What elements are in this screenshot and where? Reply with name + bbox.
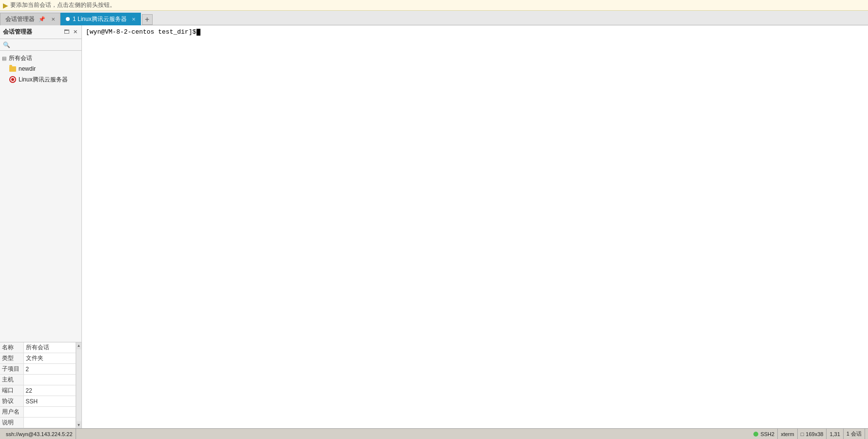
server-icon-linux	[9, 76, 17, 83]
main-area: 会话管理器 🗔 ✕ 🔍 ▤ 所有会话 newdir	[0, 25, 868, 428]
folder-icon-newdir	[9, 65, 17, 72]
scroll-down-button[interactable]: ▼	[76, 421, 82, 428]
properties-panel: 名称所有会话类型文件夹子项目2主机端口22协议SSH用户名说明 ▲ ▼	[0, 342, 81, 429]
status-terminal-type: xterm	[778, 429, 798, 439]
sidebar-search-bar: 🔍	[0, 39, 81, 51]
tab-session-manager[interactable]: 会话管理器 📌 ✕	[0, 13, 60, 25]
table-row: 端口22	[0, 385, 76, 396]
prop-value: SSH	[23, 396, 76, 407]
prop-value: 2	[23, 364, 76, 375]
prop-value: 22	[23, 385, 76, 396]
table-row: 子项目2	[0, 364, 76, 375]
tab-bar: 会话管理器 📌 ✕ 1 Linux腾讯云服务器 ✕ +	[0, 11, 868, 25]
prop-key: 名称	[0, 342, 23, 353]
prop-value: 文件夹	[23, 353, 76, 364]
prop-key: 端口	[0, 385, 23, 396]
terminal-prompt-line: [wyn@VM-8-2-centos test_dir]$	[86, 28, 864, 36]
cursor-pos-text: 1,31	[829, 431, 840, 437]
tab-session-manager-label: 会话管理器	[5, 15, 35, 23]
prop-key: 主机	[0, 375, 23, 385]
notification-bar: ▶ 要添加当前会话，点击左侧的箭头按钮。	[0, 0, 868, 11]
notice-text: 要添加当前会话，点击左侧的箭头按钮。	[10, 1, 116, 9]
expand-icon-all-sessions: ▤	[2, 56, 8, 61]
tab-linux-server-label: 1 Linux腾讯云服务器	[73, 15, 127, 23]
table-row: 类型文件夹	[0, 353, 76, 364]
status-bar: ssh://wyn@43.143.224.5:22 SSH2 xterm □ 1…	[0, 428, 868, 439]
tab-pin-icon[interactable]: 📌	[38, 16, 46, 23]
sidebar-controls: 🗔 ✕	[63, 28, 79, 36]
sidebar-header: 会话管理器 🗔 ✕	[0, 25, 81, 39]
prop-key: 用户名	[0, 407, 23, 418]
sidebar: 会话管理器 🗔 ✕ 🔍 ▤ 所有会话 newdir	[0, 25, 82, 428]
tab-linux-server[interactable]: 1 Linux腾讯云服务器 ✕	[60, 13, 141, 25]
table-row: 用户名	[0, 407, 76, 418]
prop-key: 协议	[0, 396, 23, 407]
prompt-text: [wyn@VM-8-2-centos test_dir]$	[86, 28, 196, 36]
prop-value	[23, 407, 76, 418]
dimensions-text: 169x38	[806, 431, 823, 437]
terminal-type-text: xterm	[781, 431, 794, 437]
status-ssh-url: ssh://wyn@43.143.224.5:22	[3, 429, 76, 439]
protocol-text: SSH2	[760, 431, 774, 437]
tab-dot	[66, 17, 70, 21]
prop-key: 子项目	[0, 364, 23, 375]
table-row: 说明	[0, 418, 76, 428]
status-protocol: SSH2	[750, 429, 778, 439]
dimensions-label: □	[801, 431, 804, 437]
sidebar-title: 会话管理器	[3, 28, 32, 36]
tree-label-linux-server: Linux腾讯云服务器	[19, 76, 68, 84]
properties-table: 名称所有会话类型文件夹子项目2主机端口22协议SSH用户名说明	[0, 342, 76, 429]
tree-label-newdir: newdir	[19, 65, 36, 72]
prop-value: 所有会话	[23, 342, 76, 353]
tree-item-linux-server[interactable]: Linux腾讯云服务器	[0, 74, 81, 85]
search-icon: 🔍	[3, 41, 10, 48]
session-tree: ▤ 所有会话 newdir Linux腾讯云服务器	[0, 51, 81, 342]
status-cursor-pos: 1,31	[827, 429, 843, 439]
tree-item-newdir[interactable]: newdir	[0, 63, 81, 74]
table-row: 名称所有会话	[0, 342, 76, 353]
sessions-text: 1 会话	[847, 430, 862, 438]
table-row: 协议SSH	[0, 396, 76, 407]
tree-item-all-sessions[interactable]: ▤ 所有会话	[0, 53, 81, 63]
add-tab-button[interactable]: +	[142, 14, 153, 25]
prop-scrollbar[interactable]: ▲ ▼	[76, 342, 81, 429]
sidebar-pin-button[interactable]: 🗔	[63, 28, 70, 36]
tab-session-manager-close[interactable]: ✕	[51, 17, 55, 22]
tree-label-all-sessions: 所有会话	[9, 54, 32, 62]
scroll-up-button[interactable]: ▲	[76, 342, 82, 349]
arrow-icon: ▶	[3, 1, 8, 9]
protocol-dot	[753, 432, 758, 437]
table-row: 主机	[0, 375, 76, 385]
status-sessions: 1 会话	[844, 429, 865, 439]
ssh-url-text: ssh://wyn@43.143.224.5:22	[6, 431, 73, 437]
prop-key: 说明	[0, 418, 23, 428]
prop-value	[23, 418, 76, 428]
sidebar-close-button[interactable]: ✕	[72, 28, 79, 36]
status-dimensions: □ 169x38	[798, 429, 827, 439]
cursor-block	[197, 29, 200, 36]
terminal-content[interactable]: [wyn@VM-8-2-centos test_dir]$	[82, 25, 868, 428]
tab-linux-server-close[interactable]: ✕	[132, 17, 136, 22]
terminal-panel[interactable]: [wyn@VM-8-2-centos test_dir]$	[82, 25, 868, 428]
prop-key: 类型	[0, 353, 23, 364]
prop-value	[23, 375, 76, 385]
